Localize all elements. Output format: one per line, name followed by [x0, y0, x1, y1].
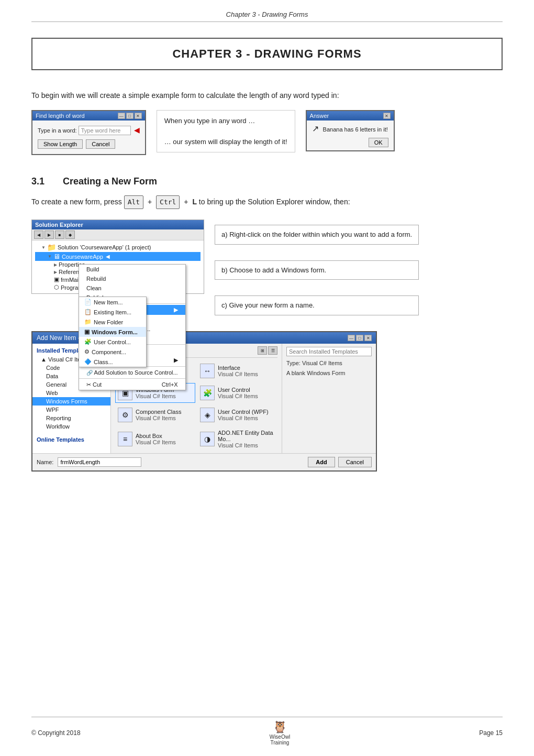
alt-key: Alt	[124, 195, 143, 209]
ado-icon: ◑	[200, 432, 215, 446]
answer-title: Answer	[310, 113, 329, 119]
name-input[interactable]	[58, 457, 141, 467]
page-header: Chapter 3 - Drawing Forms	[31, 10, 503, 22]
page-number: Page 15	[479, 729, 503, 737]
grid-view-btn[interactable]: ⊞	[258, 346, 267, 355]
list-view-btn[interactable]: ☰	[268, 346, 277, 355]
add-maximize[interactable]: □	[356, 335, 363, 341]
sub-component[interactable]: ⚙Component...	[79, 347, 146, 357]
section-31-heading: 3.1 Creating a New Form	[31, 176, 503, 187]
section-title: Creating a New Form	[63, 176, 157, 187]
ctrl-key: Ctrl	[156, 195, 180, 209]
add-item-footer: Name: Add Cancel	[32, 453, 376, 470]
sol-toolbar: ◀ ▶ ■ ◆	[32, 229, 204, 240]
ctx-rebuild[interactable]: Rebuild	[79, 274, 185, 283]
show-length-btn[interactable]: Show Length	[38, 139, 83, 149]
component-icon: ⚙	[118, 408, 132, 422]
ok-btn[interactable]: OK	[369, 138, 388, 147]
demo-area: Find length of word — □ ✕ Type in a word…	[31, 110, 503, 155]
ctx-add-source[interactable]: 🔗 Add Solution to Source Control...	[79, 368, 185, 377]
sol-btn1[interactable]: ◀	[34, 231, 43, 239]
annotation-b: b) Choose to add a Windows form.	[215, 260, 419, 280]
sub-windows-form[interactable]: ▣Windows Form...	[79, 327, 146, 337]
owl-icon: 🦉	[273, 720, 287, 734]
ctx-clean[interactable]: Clean	[79, 283, 185, 293]
footer-logo: 🦉 WiseOwl Training	[270, 720, 290, 746]
annotation-c: c) Give your new form a name.	[215, 295, 419, 315]
page-footer: © Copyright 2018 🦉 WiseOwl Training Page…	[31, 717, 503, 746]
sol-coursewareapp[interactable]: ▼ 🖥 CoursewareApp ◀	[35, 252, 201, 261]
find-length-window: Find length of word — □ ✕ Type in a word…	[31, 110, 146, 155]
description-box: When you type in any word … … our system…	[157, 110, 295, 152]
button-row: Show Length Cancel	[38, 139, 140, 149]
add-item-controls: — □ ✕	[348, 335, 372, 341]
add-submenu: 📄New Item... 📋Existing Item... 📁New Fold…	[79, 297, 147, 367]
type-desc: Type: Visual C# Items A blank Windows Fo…	[286, 359, 372, 378]
answer-body: ↗ Banana has 6 letters in it! OK	[307, 120, 394, 150]
sub-new-folder[interactable]: 📁New Folder	[79, 317, 146, 327]
sol-btn3[interactable]: ■	[55, 231, 64, 239]
logo-line1: WiseOwl	[270, 734, 290, 740]
side-annotations: a) Right-click on the folder within whic…	[215, 220, 419, 315]
word-input[interactable]: Type word here	[79, 126, 131, 135]
add-btn[interactable]: Add	[308, 457, 335, 467]
cancel-btn[interactable]: Cancel	[86, 139, 115, 149]
footer-buttons: Add Cancel	[308, 457, 372, 467]
item-user-control[interactable]: 🧩 User Control Visual C# Items	[197, 383, 277, 403]
sol-btn4[interactable]: ◆	[65, 231, 75, 239]
add-minimize[interactable]: —	[348, 335, 355, 341]
cat-windows-forms[interactable]: Windows Forms	[32, 397, 110, 406]
arrow-right-indicator: ◀	[106, 254, 110, 259]
answer-titlebar: Answer ✕	[307, 111, 394, 120]
cat-workflow[interactable]: Workflow	[32, 422, 110, 431]
item-interface[interactable]: ↔ Interface Visual C# Items	[197, 361, 277, 381]
sub-new-item[interactable]: 📄New Item...	[79, 297, 146, 307]
item-about-box[interactable]: ≡ About Box Visual C# Items	[115, 427, 195, 451]
item-user-control-wpf[interactable]: ◈ User Control (WPF) Visual C# Items	[197, 405, 277, 425]
close-btn[interactable]: ✕	[135, 113, 142, 119]
add-close[interactable]: ✕	[364, 335, 372, 341]
cat-wpf[interactable]: WPF	[32, 406, 110, 414]
sub-class[interactable]: 🔷Class...	[79, 357, 146, 367]
user-control-icon: 🧩	[200, 386, 215, 400]
answer-close-btn[interactable]: ✕	[383, 113, 391, 119]
diagram-left: Solution Explorer ◀ ▶ ■ ◆ ▼ 📁 Solution '…	[31, 220, 204, 315]
item-ado-entity[interactable]: ◑ ADO.NET Entity Data Mo... Visual C# It…	[197, 427, 277, 451]
maximize-btn[interactable]: □	[126, 113, 134, 119]
find-length-body: Type in a word: Type word here ◀ Show Le…	[32, 120, 145, 154]
diagram-area: Solution Explorer ◀ ▶ ■ ◆ ▼ 📁 Solution '…	[31, 220, 503, 315]
chapter-title: CHAPTER 3 - DRAWING FORMS	[43, 47, 491, 61]
sol-titlebar: Solution Explorer	[32, 220, 204, 229]
sol-solution[interactable]: ▼ 📁 Solution 'CoursewareApp' (1 project)	[35, 243, 201, 252]
cat-reporting[interactable]: Reporting	[32, 414, 110, 422]
dialog-cancel-btn[interactable]: Cancel	[338, 457, 372, 467]
logo-line2: Training	[271, 740, 290, 746]
section-num: 3.1	[31, 176, 44, 187]
sub-user-control[interactable]: 🧩User Control...	[79, 337, 146, 347]
answer-text: ↗ Banana has 6 letters in it!	[312, 124, 388, 134]
online-templates-label: Online Templates	[32, 435, 110, 444]
answer-ok-row: OK	[312, 138, 388, 147]
arrow-icon: ↗	[312, 124, 319, 133]
find-length-title: Find length of word	[36, 113, 85, 119]
copyright-text: © Copyright 2018	[31, 729, 81, 737]
sub-existing-item[interactable]: 📋Existing Item...	[79, 307, 146, 317]
name-label: Name:	[37, 459, 53, 465]
search-templates-input[interactable]	[286, 347, 372, 356]
type-label: Type in a word: Type word here ◀	[38, 126, 140, 135]
ctx-cut[interactable]: ✂ CutCtrl+X	[79, 380, 185, 390]
sol-title: Solution Explorer	[35, 222, 83, 228]
ctx-build[interactable]: Build	[79, 265, 185, 274]
sol-btn2[interactable]: ▶	[44, 231, 54, 239]
chapter-title-box: CHAPTER 3 - DRAWING FORMS	[31, 38, 503, 70]
ctx-sep4	[79, 378, 185, 379]
arrow-indicator: ◀	[134, 126, 140, 134]
about-icon: ≡	[118, 432, 132, 446]
find-length-controls: — □ ✕	[118, 113, 142, 119]
item-component-class[interactable]: ⚙ Component Class Visual C# Items	[115, 405, 195, 425]
answer-controls: ✕	[383, 113, 391, 119]
view-icons: ⊞ ☰	[258, 346, 277, 355]
minimize-btn[interactable]: —	[118, 113, 125, 119]
bubble-line2: … our system will display the length of …	[164, 137, 287, 147]
intro-text: To begin with we will create a simple ex…	[31, 91, 503, 100]
